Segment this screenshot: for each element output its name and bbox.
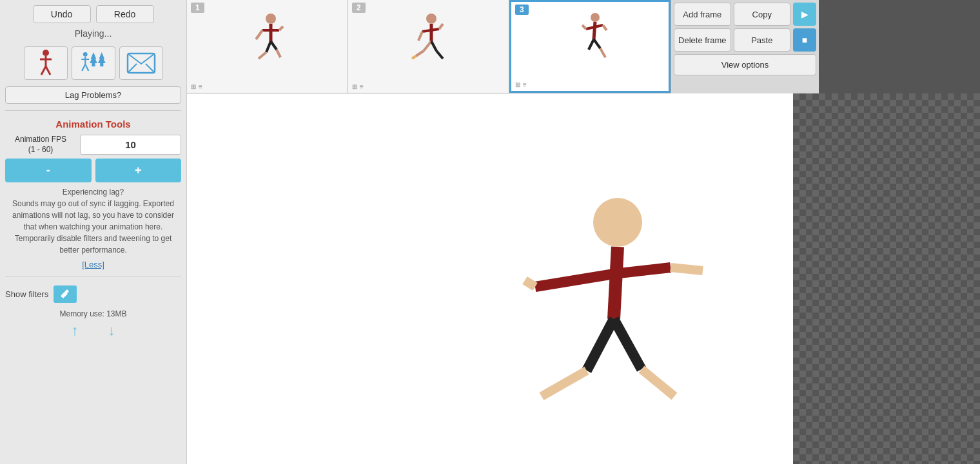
top-row: 1 ⊞ [187,0,980,93]
svg-line-57 [642,369,674,396]
svg-point-21 [266,14,276,24]
arrow-up-button[interactable]: ↑ [59,322,92,339]
frame-number-3: 3 [515,5,529,15]
single-figure-icon [36,49,55,77]
pencil-icon [60,288,70,298]
svg-point-30 [426,14,436,24]
undo-redo-row: Undo Redo [5,5,181,23]
svg-line-43 [582,25,586,29]
frame3-icon1: ⊞ [515,81,520,88]
drawing-canvas[interactable] [187,93,793,464]
show-filters-label: Show filters [5,289,48,299]
frames-strip: 1 ⊞ [187,0,671,93]
svg-line-34 [439,24,443,29]
svg-rect-12 [92,63,95,66]
redo-button[interactable]: Redo [96,5,154,23]
fps-label: Animation FPS(1 - 60) [5,135,76,155]
fps-value: 10 [80,135,181,155]
svg-line-45 [589,39,594,50]
memory-arrows-row: ↑ ↓ [5,322,181,339]
add-frame-button[interactable]: Add frame [674,3,731,26]
frame1-figure [248,12,287,70]
svg-line-4 [46,66,50,75]
main-figure [522,197,729,464]
paste-button[interactable]: Paste [734,28,791,52]
lag-info-text: Experiencing lag?Sounds may go out of sy… [5,186,181,256]
svg-line-18 [146,64,155,73]
svg-point-40 [591,13,600,22]
frame-number-1: 1 [191,3,204,13]
svg-line-38 [436,51,443,59]
svg-line-37 [416,51,424,56]
group-figure-icon [79,49,108,77]
svg-line-24 [256,30,262,39]
add-copy-row: Add frame Copy ▶ [674,3,816,26]
view-options-button[interactable]: View options [674,54,816,75]
svg-line-50 [535,274,614,287]
svg-line-35 [424,41,431,51]
lag-problems-button[interactable]: Lag Problems? [5,86,181,104]
svg-line-51 [525,280,535,287]
frame1-icon1: ⊞ [191,83,196,90]
group-figure-button[interactable] [72,46,115,80]
svg-line-25 [279,26,283,30]
frame3-bottom: ⊞ ≡ [511,80,669,91]
svg-line-26 [266,41,271,52]
svg-line-9 [85,64,88,71]
delete-paste-row: Delete frame Paste ■ [674,28,816,52]
svg-line-46 [594,39,600,48]
frame3-icon2: ≡ [523,81,527,88]
svg-line-32 [422,29,439,32]
svg-rect-15 [100,63,103,66]
svg-line-39 [412,56,416,59]
animation-tools-title: Animation Tools [5,117,181,131]
play-button[interactable]: ▶ [793,3,816,26]
svg-point-48 [593,198,642,247]
frame-thumb-1[interactable]: 1 ⊞ [187,0,348,93]
svg-line-8 [82,64,85,71]
fps-row: Animation FPS(1 - 60) 10 [5,135,181,155]
sidebar: Undo Redo Playing... [0,0,187,464]
svg-line-49 [614,247,618,319]
frame-canvas-1 [187,0,348,82]
svg-line-41 [594,22,595,39]
svg-line-36 [431,41,436,51]
filters-toggle-button[interactable] [54,285,77,303]
frame-thumb-3[interactable]: 3 ⊞ ≡ [509,0,671,93]
frame2-figure [409,12,448,70]
svg-point-0 [43,50,49,56]
svg-line-55 [542,371,587,396]
frame2-bottom: ⊞ ≡ [348,82,509,93]
canvas-row [187,93,980,464]
arrow-down-button[interactable]: ↓ [95,322,128,339]
frame-number-2: 2 [352,3,366,13]
frame-thumb-2[interactable]: 2 [348,0,509,93]
less-link[interactable]: [Less] [5,260,181,269]
svg-line-33 [418,32,422,41]
right-panel: Add frame Copy ▶ Delete frame Paste ■ Vi… [671,0,819,93]
svg-line-17 [128,64,137,73]
svg-point-5 [83,52,87,57]
delete-frame-button[interactable]: Delete frame [674,28,731,52]
playing-status: Playing... [5,27,181,40]
frame-canvas-3 [511,2,669,80]
svg-line-52 [614,267,671,274]
frame-canvas-2 [348,0,509,82]
fps-plus-button[interactable]: + [95,159,182,182]
single-figure-button[interactable] [24,46,68,80]
play-icon: ▶ [801,9,808,19]
sprite-button[interactable] [119,46,163,80]
svg-line-3 [41,66,46,75]
svg-line-47 [600,48,605,57]
svg-line-44 [603,25,607,30]
copy-button[interactable]: Copy [734,3,791,26]
fps-controls: - + [5,159,181,182]
blue-square-button[interactable]: ■ [793,28,816,52]
undo-button[interactable]: Undo [33,5,91,23]
memory-usage: Memory use: 13MB [5,309,181,318]
divider-2 [5,276,181,276]
fps-minus-button[interactable]: - [5,159,92,182]
frame1-bottom: ⊞ ≡ [187,82,348,93]
frame2-icon2: ≡ [360,83,364,90]
svg-marker-14 [97,55,105,63]
